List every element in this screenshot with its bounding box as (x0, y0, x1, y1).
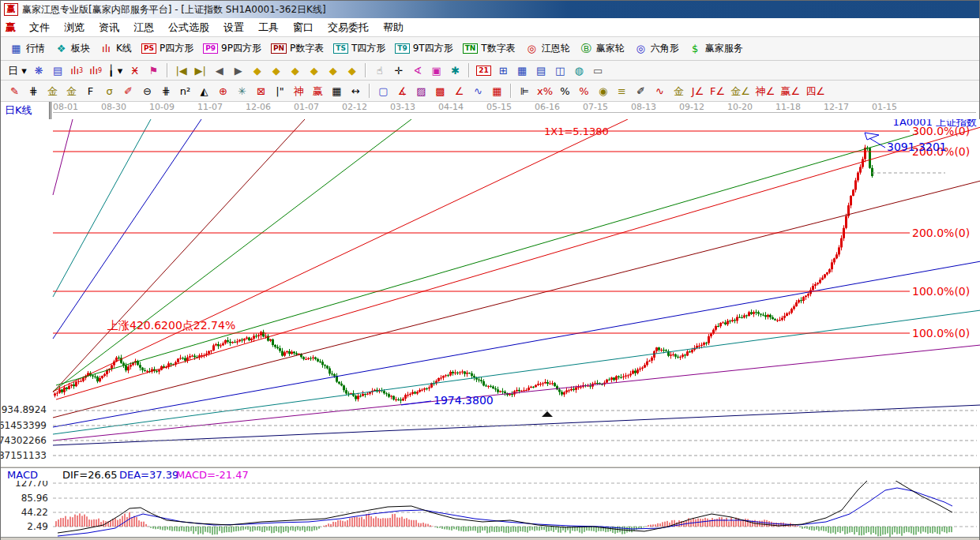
ink-tool[interactable]: ✐ (632, 83, 650, 99)
rect-tool[interactable]: ▢ (374, 83, 392, 99)
sectors-button[interactable]: ❖板块 (51, 40, 94, 57)
9t-square-button[interactable]: T99T四方形 (391, 40, 456, 57)
menu-item-9[interactable]: 帮助 (376, 19, 411, 36)
brain-map-icon[interactable]: ✱ (446, 62, 464, 79)
gann-1x2-maroon[interactable] (53, 181, 980, 418)
menu-item-8[interactable]: 交易委托 (321, 19, 376, 36)
gold-sieve2-tool[interactable]: 金 (62, 83, 81, 99)
web-button[interactable]: ◍ (570, 62, 588, 79)
print-button[interactable]: ▭ (589, 62, 607, 79)
p-square-button[interactable]: PSP四方形 (137, 40, 197, 57)
spider-web-icon[interactable]: ❋ (30, 62, 48, 79)
angle-line-tool[interactable]: ∠ (450, 83, 468, 99)
shen-ruler-tool[interactable]: 神 (290, 83, 308, 99)
shen-angle-tool[interactable]: 神∠ (753, 83, 778, 99)
gann-arrow-left-button[interactable]: ◆ (248, 62, 266, 79)
main-chart-area[interactable]: 300.0%(0)200.0%(0)200.0%(0)100.0%(0)100.… (1, 119, 980, 467)
ruler-123-tool[interactable]: ▦ (328, 83, 346, 99)
title-bar[interactable]: 赢 赢家江恩专业版[赢家内部服务平台] - [上证指数 SH1A0001-362… (1, 1, 979, 18)
brush-tool[interactable]: ✎ (6, 83, 24, 99)
gann-wheel-button[interactable]: ◎江恩轮 (521, 40, 574, 57)
save-button[interactable]: ◫ (551, 62, 569, 79)
gann-arrow-converge-button[interactable]: ◆ (305, 62, 323, 79)
gann-8x1-purple[interactable] (53, 119, 73, 195)
red-grid-tool[interactable]: ▦ (488, 83, 506, 99)
f-angle-tool[interactable]: F∠ (708, 83, 727, 99)
percent-tool[interactable]: % (556, 83, 574, 99)
t-square-button[interactable]: TST四方形 (329, 40, 389, 57)
trend-red[interactable] (56, 127, 980, 399)
formula-icon[interactable]: Ӿ (126, 62, 144, 79)
gold-wave-tool[interactable]: ∿ (651, 83, 669, 99)
hand-tool-button[interactable]: ☝ (370, 62, 389, 79)
winner-wheel-button[interactable]: Ⓑ赢家轮 (576, 40, 629, 57)
percent-ruler-tool[interactable]: ⊫ (516, 83, 534, 99)
winner-service-button[interactable]: $赢家服务 (685, 40, 747, 57)
calendar-button[interactable]: 21 (474, 64, 494, 77)
menu-item-2[interactable]: 资讯 (92, 19, 126, 36)
j-angle-tool[interactable]: J∠ (689, 83, 707, 99)
first-bar-button[interactable]: |◀ (172, 62, 190, 79)
box-fan-tool[interactable]: ▨ (412, 83, 430, 99)
gold-sieve-tool[interactable]: 金 (43, 83, 62, 99)
bars3-icon[interactable]: ılı3 (68, 62, 86, 79)
gift-icon[interactable]: ▣ (427, 62, 445, 79)
gann-arrow-expand-button[interactable]: ◆ (324, 62, 342, 79)
target-cross-tool[interactable]: ⊕ (214, 83, 232, 99)
gann-arrow-right-button[interactable]: ◆ (267, 62, 285, 79)
x-percent-tool[interactable]: x% (535, 83, 555, 99)
gann-2x1-green[interactable] (53, 119, 411, 392)
period-day-dropdown[interactable]: 日 ▾ (6, 62, 29, 79)
gann-arrow-h-button[interactable]: ◆ (286, 62, 304, 79)
protractor-button[interactable]: ∢ (408, 62, 426, 79)
hexagon-button[interactable]: ◎六角形 (630, 40, 683, 57)
last-bar-button[interactable]: ▶| (191, 62, 209, 79)
gold-angle-tool[interactable]: 金∠ (728, 83, 753, 99)
gann-1x1-red[interactable] (53, 119, 628, 392)
f-ruler-tool[interactable]: F (81, 83, 100, 99)
box-fan2-tool[interactable]: ▩ (431, 83, 449, 99)
gold-circle-tool[interactable]: ◉ (594, 83, 612, 99)
comb-lines-tool[interactable]: ⋕ (24, 83, 43, 99)
crosshair-button[interactable]: ✛ (389, 62, 407, 79)
calculator-button[interactable]: ⊞ (494, 62, 513, 79)
comb2-tool[interactable]: ⋕ (157, 83, 175, 99)
gann-2x1-maroon[interactable] (53, 119, 305, 392)
9p-square-button[interactable]: P99P四方形 (199, 40, 265, 57)
grid-x-tool[interactable]: ⊠ (252, 83, 270, 99)
menu-item-5[interactable]: 设置 (216, 19, 251, 36)
menu-item-0[interactable]: 文件 (22, 19, 57, 36)
trend-green[interactable] (56, 133, 918, 385)
angle-ruler-tool[interactable]: ◭ (195, 83, 213, 99)
gold-lines-tool[interactable]: ≡ (613, 83, 631, 99)
gann-3x1-blue[interactable] (53, 119, 201, 339)
notepad-button[interactable]: ▤ (532, 62, 550, 79)
menu-item-6[interactable]: 工具 (251, 19, 286, 36)
notes-icon[interactable]: ▤ (49, 62, 67, 79)
ribbon-flag-icon[interactable]: ⚑ (145, 62, 163, 79)
h-span-tool[interactable]: ↔ (347, 83, 365, 99)
circle-compass-tool[interactable]: ⊖ (138, 83, 156, 99)
t-digit-table-button[interactable]: TNT数字表 (459, 40, 520, 57)
spreadsheet-button[interactable]: ▦ (513, 62, 531, 79)
menu-item-3[interactable]: 江恩 (126, 19, 161, 36)
ying-angle-tool[interactable]: 赢∠ (779, 83, 803, 99)
menu-item-1[interactable]: 浏览 (57, 19, 92, 36)
ying-ruler-tool[interactable]: 赢 (309, 83, 327, 99)
kline-button[interactable]: ılıK线 (96, 40, 136, 57)
menu-item-4[interactable]: 公式选股 (161, 19, 216, 36)
spider-grid-tool[interactable]: ✳ (233, 83, 251, 99)
gann-arrow-all-button[interactable]: ◆ (343, 62, 361, 79)
k-marks-tool[interactable]: |" (271, 83, 289, 99)
candle-style-dropdown[interactable]: ╽ ▾ (106, 62, 125, 79)
quotes-button[interactable]: ▦行情 (6, 40, 49, 57)
menu-item-7[interactable]: 窗口 (286, 19, 321, 36)
next-bar-button[interactable]: ▶ (229, 62, 247, 79)
spiral-tool[interactable]: σ (100, 83, 118, 99)
gold-bars-tool[interactable]: 金 (670, 83, 688, 99)
p-digit-table-button[interactable]: PNP数字表 (267, 40, 328, 57)
n-squared-tool[interactable]: n² (176, 83, 194, 99)
gann-4x1-teal[interactable] (53, 119, 151, 297)
percent-line-tool[interactable]: % (575, 83, 593, 99)
fan-lines-tool[interactable]: ∡ (393, 83, 411, 99)
